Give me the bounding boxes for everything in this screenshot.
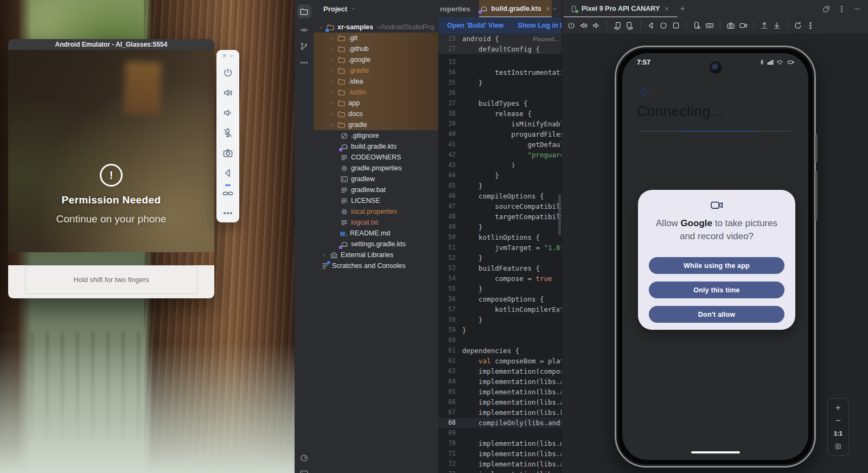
code-line-38[interactable]: 38 release { xyxy=(438,108,561,119)
upload-icon[interactable] xyxy=(760,21,769,30)
code-line-44[interactable]: 44 } xyxy=(438,170,561,181)
tree-item-gradlew-bat[interactable]: gradlew.bat xyxy=(314,184,438,195)
code-line-63[interactable]: 63 implementation(composeBo xyxy=(438,366,561,376)
download-icon[interactable] xyxy=(773,21,781,30)
code-line-67[interactable]: 67 implementation(libs.kotl xyxy=(438,407,561,418)
hide-icon[interactable] xyxy=(853,5,861,13)
nav-handle[interactable] xyxy=(691,451,740,454)
show-log-in-finder-link[interactable]: Show Log in Finder xyxy=(518,22,561,29)
tree-item-build-gradle-kts[interactable]: build.gradle.kts xyxy=(314,141,438,152)
restart-icon[interactable] xyxy=(794,21,802,30)
tab-build-gradle-kts[interactable]: build.gradle.kts xyxy=(479,0,552,17)
zoom-in-button[interactable]: + xyxy=(835,404,841,412)
code-line-51[interactable]: 51 jvmTarget = "1.8" xyxy=(438,242,561,253)
emulator-display[interactable]: ! Permission Needed Continue on your pho… xyxy=(8,50,214,252)
code-line-41[interactable]: 41 getDefaultPr xyxy=(438,139,561,150)
gauge-icon[interactable] xyxy=(299,453,309,463)
more-h-icon[interactable] xyxy=(299,58,309,67)
code-line-49[interactable]: 49 } xyxy=(438,222,561,232)
emulator-titlebar[interactable]: Android Emulator - AI_Glasses:5554 xyxy=(8,39,214,50)
camera-icon[interactable] xyxy=(222,147,234,158)
only-this-time-button[interactable]: Only this time xyxy=(649,282,784,298)
code-line-52[interactable]: 52 } xyxy=(438,253,561,263)
code-line-65[interactable]: 65 implementation(libs.andr xyxy=(438,387,561,397)
tree-item-external-libraries[interactable]: External Libraries xyxy=(314,250,438,260)
chevron-right-icon[interactable] xyxy=(329,46,335,52)
code-line-36[interactable]: 36 xyxy=(438,88,561,98)
don-t-allow-button[interactable]: Don't allow xyxy=(649,306,784,323)
code-line-43[interactable]: 43 ) xyxy=(438,160,561,170)
code-line-64[interactable]: 64 implementation(libs.andr xyxy=(438,376,561,387)
vol-down-icon[interactable] xyxy=(592,21,601,30)
tree-item-gradle-properties[interactable]: gradle.properties xyxy=(314,163,438,174)
project-panel-header[interactable]: Project xyxy=(314,0,438,17)
tree-item-app[interactable]: app xyxy=(314,98,438,108)
zoom-reset-button[interactable]: 1:1 xyxy=(834,430,843,438)
tree-item-xr-samples[interactable]: xr-samples ~/AndroidStudioProj xyxy=(314,22,438,33)
more-v-icon[interactable] xyxy=(806,21,815,30)
tree-item-gitignore[interactable]: .gitignore xyxy=(314,130,438,141)
code-line-42[interactable]: 42 "proguard-ru xyxy=(438,150,561,160)
more-h-icon[interactable] xyxy=(222,207,234,219)
power-icon[interactable] xyxy=(222,67,234,78)
tab-pixel-9-pro-api-canary[interactable]: Pixel 9 Pro API CANARY xyxy=(562,0,670,17)
code-line-56[interactable]: 56 composeOptions { xyxy=(438,294,561,304)
tree-item-docs[interactable]: docs xyxy=(314,108,438,119)
glasses-icon[interactable] xyxy=(222,187,234,199)
rotate-r-icon[interactable] xyxy=(626,21,634,30)
close-icon[interactable]: × xyxy=(222,53,226,59)
power-icon[interactable] xyxy=(567,21,576,30)
more-v-icon[interactable] xyxy=(838,5,846,13)
tree-item-kotlin[interactable]: .kotlin xyxy=(314,87,438,98)
close-tab-icon[interactable] xyxy=(663,5,670,12)
code-line-27[interactable]: 27 defaultConfig { xyxy=(438,44,561,54)
folder-tool-icon[interactable] xyxy=(297,4,311,18)
code-line-66[interactable]: 66 implementation(libs.andr xyxy=(438,397,561,407)
code-line-71[interactable]: 71 implementation(libs.andr xyxy=(438,449,561,459)
chevron-down-icon[interactable] xyxy=(350,5,356,12)
editor-scrollbar[interactable] xyxy=(558,194,561,235)
code-line-69[interactable]: 69 xyxy=(438,428,561,438)
tree-item-license[interactable]: LICENSE xyxy=(314,195,438,206)
tree-item-idea[interactable]: .idea xyxy=(314,76,438,87)
tree-item-gradlew[interactable]: gradlew xyxy=(314,174,438,184)
code-line-57[interactable]: 57 kotlinCompilerExtens xyxy=(438,304,561,315)
code-line-53[interactable]: 53 buildFeatures { xyxy=(438,263,561,273)
record-icon[interactable] xyxy=(739,21,748,30)
code-line-59[interactable]: 59} xyxy=(438,325,561,335)
overview-icon[interactable] xyxy=(672,21,680,30)
new-device-tab-icon[interactable] xyxy=(679,5,686,12)
open-build-view-link[interactable]: Open 'Build' View xyxy=(447,22,503,29)
code-line-54[interactable]: 54 compose = true xyxy=(438,273,561,284)
commit-icon[interactable] xyxy=(299,25,309,35)
tree-item-gradle[interactable]: gradle xyxy=(314,119,438,130)
minimize-icon[interactable]: − xyxy=(229,53,233,59)
code-line-45[interactable]: 45 } xyxy=(438,181,561,191)
branch-icon[interactable] xyxy=(299,42,309,51)
tab-gradle-properties[interactable]: roperties xyxy=(438,5,470,13)
vol-down-icon[interactable] xyxy=(222,107,234,118)
back-icon[interactable] xyxy=(647,21,655,30)
tree-item-scratches-and-consoles[interactable]: Scratches and Consoles xyxy=(314,260,438,271)
code-line-35[interactable]: 35 } xyxy=(438,78,561,88)
chevron-right-icon[interactable] xyxy=(329,79,335,85)
zoom-out-button[interactable]: − xyxy=(835,417,841,425)
camera-icon[interactable] xyxy=(726,21,735,30)
tree-item-local-properties[interactable]: local.properties xyxy=(314,206,438,217)
terminal-icon[interactable] xyxy=(299,469,309,473)
tree-item-git[interactable]: .git xyxy=(314,33,438,43)
home-icon[interactable] xyxy=(659,21,668,30)
chevron-right-icon[interactable] xyxy=(329,68,335,74)
code-line-47[interactable]: 47 sourceCompatibility xyxy=(438,201,561,212)
code-line-40[interactable]: 40 proguardFiles( xyxy=(438,129,561,139)
code-line-60[interactable]: 60 xyxy=(438,335,561,346)
code-line-50[interactable]: 50 kotlinOptions { xyxy=(438,232,561,242)
code-line-61[interactable]: 61dependencies { xyxy=(438,346,561,356)
code-line-48[interactable]: 48 targetCompatibility xyxy=(438,212,561,222)
chevron-right-icon[interactable] xyxy=(329,100,335,106)
code-line-37[interactable]: 37 buildTypes { xyxy=(438,98,561,108)
tree-item-logcat-txt[interactable]: logcat.txt xyxy=(314,217,438,228)
code-line-72[interactable]: 72 implementation(libs.andr xyxy=(438,459,561,469)
code-editor[interactable]: 3334 testInstrumentationR35 }3637 buildT… xyxy=(438,54,561,473)
chevron-right-icon[interactable] xyxy=(329,122,335,128)
